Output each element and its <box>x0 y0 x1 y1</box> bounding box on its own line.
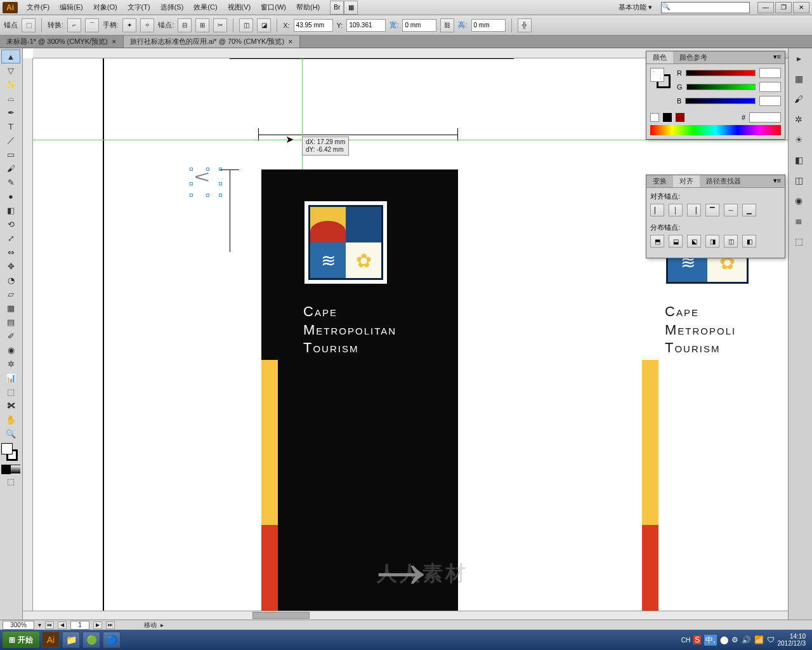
spectrum-picker[interactable] <box>650 125 781 135</box>
color-panel[interactable]: 颜色 颜色参考 ▾≡ R G B # <box>646 51 785 140</box>
tab-align[interactable]: 对齐 <box>673 175 700 187</box>
fill-stroke-swatch[interactable] <box>1 443 19 461</box>
align-artboard-icon[interactable]: ╬ <box>518 18 532 32</box>
panel-menu-icon[interactable]: ▾≡ <box>769 175 785 187</box>
dist-top-icon[interactable]: ⬒ <box>650 235 664 248</box>
screen-mode-icon[interactable]: ⬚ <box>1 474 20 488</box>
ime-icon[interactable]: S <box>693 635 701 644</box>
symbol-sprayer-tool-icon[interactable]: ✲ <box>1 357 20 371</box>
panel-menu-icon[interactable]: ▾≡ <box>769 51 785 63</box>
convert-corner-icon[interactable]: ⌐ <box>67 18 81 32</box>
ime-status-icon[interactable]: 中, <box>704 635 716 646</box>
g-value[interactable] <box>759 82 781 92</box>
blend-tool-icon[interactable]: ◉ <box>1 343 20 357</box>
scrollbar-thumb[interactable] <box>252 612 310 619</box>
perspective-tool-icon[interactable]: ▱ <box>1 287 20 301</box>
close-icon[interactable]: ✕ <box>288 39 293 45</box>
selected-object[interactable] <box>192 169 220 195</box>
dock-color-icon[interactable]: ▸ <box>790 51 808 66</box>
menu-object[interactable]: 对象(O) <box>88 1 122 13</box>
paintbrush-tool-icon[interactable]: 🖌 <box>1 161 20 175</box>
registration-swatch-icon[interactable] <box>676 113 684 122</box>
handle-hide-icon[interactable]: ✧ <box>140 18 154 32</box>
page-input[interactable]: 1 <box>70 621 89 630</box>
zoom-tool-icon[interactable]: 🔍 <box>1 427 20 441</box>
g-slider[interactable] <box>686 84 756 90</box>
last-page-icon[interactable]: ⏭ <box>106 621 115 629</box>
align-top-icon[interactable]: ▔ <box>705 204 719 216</box>
connect-anchor-icon[interactable]: ⊞ <box>195 18 209 32</box>
menu-effect[interactable]: 效果(C) <box>188 1 222 13</box>
isolate2-icon[interactable]: ◪ <box>257 18 271 32</box>
menu-edit[interactable]: 编辑(E) <box>55 1 88 13</box>
dock-swatches-icon[interactable]: ▦ <box>790 71 808 86</box>
r-value[interactable] <box>759 68 781 78</box>
direct-select-tool-icon[interactable]: ▽ <box>1 63 20 77</box>
tab-color-guide[interactable]: 颜色参考 <box>673 51 714 63</box>
eraser-tool-icon[interactable]: ◧ <box>1 203 20 217</box>
horizontal-scrollbar[interactable] <box>23 611 788 620</box>
zoom-input[interactable]: 300% <box>3 621 34 630</box>
dist-bottom-icon[interactable]: ⬕ <box>687 235 701 248</box>
lang-indicator[interactable]: CH <box>681 637 690 644</box>
menu-type[interactable]: 文字(T) <box>122 1 155 13</box>
dist-hcenter-icon[interactable]: ◫ <box>724 235 738 248</box>
vertical-ruler[interactable] <box>23 58 33 620</box>
pencil-tool-icon[interactable]: ✎ <box>1 175 20 189</box>
tray-icon[interactable]: 📶 <box>754 635 764 644</box>
b-slider[interactable] <box>685 98 756 104</box>
black-swatch-icon[interactable] <box>663 113 672 122</box>
magic-wand-tool-icon[interactable]: ✨ <box>1 77 20 91</box>
dock-artboards-icon[interactable]: ⬚ <box>790 234 808 249</box>
convert-smooth-icon[interactable]: ⌒ <box>85 18 99 32</box>
artwork-poster-dark[interactable]: CapeMetropolitanTourism → <box>261 169 458 620</box>
blob-brush-tool-icon[interactable]: ● <box>1 189 20 203</box>
minimize-button[interactable]: — <box>757 2 774 13</box>
clock[interactable]: 14:102012/12/3 <box>778 633 806 647</box>
guide-horizontal[interactable] <box>33 140 812 140</box>
zoom-dropdown-icon[interactable]: ▾ <box>38 621 41 628</box>
gradient-mode-icon[interactable] <box>11 465 20 474</box>
remove-anchor-icon[interactable]: ⊟ <box>178 18 192 32</box>
dock-layers-icon[interactable]: ≣ <box>790 213 808 229</box>
free-transform-tool-icon[interactable]: ✥ <box>1 259 20 273</box>
align-hcenter-icon[interactable]: │ <box>669 204 683 216</box>
gradient-tool-icon[interactable]: ▤ <box>1 315 20 329</box>
doc-tab-1[interactable]: 未标题-1* @ 300% (CMYK/预览) ✕ <box>0 36 124 48</box>
fill-swatch[interactable] <box>1 443 13 454</box>
canvas[interactable]: ➤ dX: 17.29 mmdY: -6.42 mm CapeMetropoli… <box>33 58 812 620</box>
align-panel[interactable]: 变换 对齐 路径查找器 ▾≡ 对齐锚点: ▏ │ ▕ ▔ ─ ▁ 分布锚点: ⬒… <box>646 175 785 258</box>
eyedropper-tool-icon[interactable]: ✐ <box>1 329 20 343</box>
b-value[interactable] <box>759 96 781 106</box>
shape-builder-tool-icon[interactable]: ◔ <box>1 273 20 287</box>
rotate-tool-icon[interactable]: ⟲ <box>1 217 20 231</box>
dock-transparency-icon[interactable]: ◫ <box>790 173 808 188</box>
type-tool-icon[interactable]: T <box>1 119 20 133</box>
color-mode-icon[interactable] <box>1 465 11 474</box>
r-slider[interactable] <box>686 70 756 76</box>
h-input[interactable] <box>471 19 506 32</box>
search-input[interactable]: 🔍 <box>661 2 750 13</box>
y-input[interactable] <box>346 19 386 32</box>
width-tool-icon[interactable]: ⇔ <box>1 245 20 259</box>
first-page-icon[interactable]: ⏮ <box>45 621 54 629</box>
x-input[interactable] <box>294 19 333 32</box>
align-left-icon[interactable]: ▏ <box>650 204 664 216</box>
tray-icon[interactable]: 🛡 <box>767 635 775 644</box>
selection-tool-icon[interactable]: ▲ <box>1 50 20 63</box>
dock-appearance-icon[interactable]: ◉ <box>790 193 808 208</box>
pen-tool-icon[interactable]: ✒ <box>1 105 20 119</box>
rectangle-tool-icon[interactable]: ▭ <box>1 147 20 161</box>
tab-color[interactable]: 颜色 <box>646 51 673 63</box>
hex-input[interactable] <box>749 112 781 123</box>
menu-select[interactable]: 选择(S) <box>155 1 189 13</box>
align-vcenter-icon[interactable]: ─ <box>724 204 738 216</box>
dock-symbols-icon[interactable]: ✲ <box>790 112 808 127</box>
none-swatch-icon[interactable] <box>650 113 659 122</box>
tray-icon[interactable]: ⚙ <box>731 635 738 644</box>
tab-transform[interactable]: 变换 <box>646 175 673 187</box>
anchor-icon[interactable]: ⬚ <box>22 18 36 32</box>
close-button[interactable]: ✕ <box>793 2 809 13</box>
close-icon[interactable]: ✕ <box>112 39 117 45</box>
taskbar-illustrator-icon[interactable]: Ai <box>42 632 60 648</box>
